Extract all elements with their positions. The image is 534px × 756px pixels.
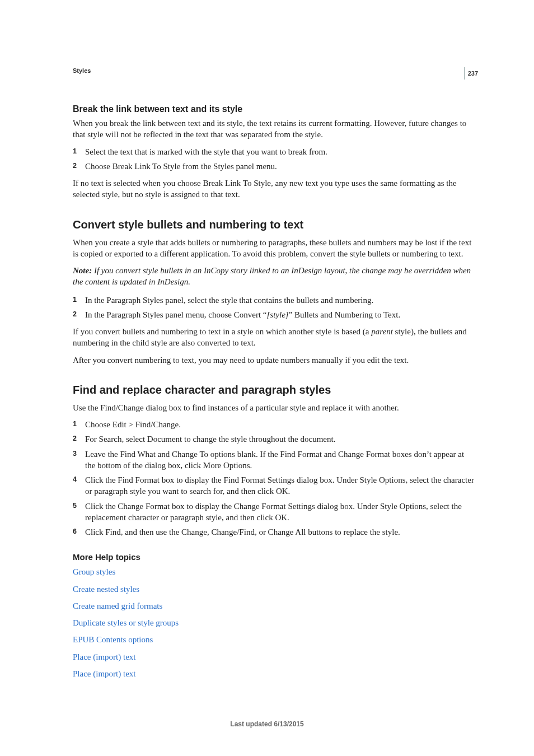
step-item: Leave the Find What and Change To option…	[73, 449, 475, 472]
body-text: After you convert numbering to text, you…	[73, 354, 475, 366]
help-link-place-import-text-2[interactable]: Place (import) text	[73, 668, 475, 679]
body-text: When you create a style that adds bullet…	[73, 237, 475, 260]
steps-break-link: Select the text that is marked with the …	[73, 146, 475, 172]
page-footer: Last updated 6/13/2015	[0, 720, 534, 728]
step-item: In the Paragraph Styles panel menu, choo…	[73, 309, 475, 320]
more-help-section: More Help topics Group styles Create nes…	[73, 552, 475, 679]
step-item: Click the Find Format box to display the…	[73, 474, 475, 497]
steps-find-replace: Choose Edit > Find/Change. For Search, s…	[73, 419, 475, 538]
section-find-replace: Find and replace character and paragraph…	[73, 384, 475, 538]
heading-break-link: Break the link between text and its styl…	[73, 104, 475, 114]
heading-convert: Convert style bullets and numbering to t…	[73, 218, 475, 231]
body-text-span: If you convert bullets and numbering to …	[73, 327, 371, 336]
note-label: Note:	[73, 266, 94, 275]
page-number-wrap: 237	[464, 67, 478, 80]
step-item: For Search, select Document to change th…	[73, 433, 475, 445]
section-convert: Convert style bullets and numbering to t…	[73, 218, 475, 366]
step-text-italic: [style]	[267, 310, 289, 319]
help-link-place-import-text[interactable]: Place (import) text	[73, 651, 475, 662]
page-number: 237	[468, 70, 478, 77]
help-link-epub-contents-options[interactable]: EPUB Contents options	[73, 634, 475, 645]
note: Note: If you convert style bullets in an…	[73, 265, 475, 288]
help-link-group-styles[interactable]: Group styles	[73, 566, 475, 577]
body-text: When you break the link between text and…	[73, 118, 475, 141]
heading-find-replace: Find and replace character and paragraph…	[73, 384, 475, 396]
step-item: Click the Change Format box to display t…	[73, 501, 475, 524]
section-break-link: Break the link between text and its styl…	[73, 104, 475, 200]
steps-convert: In the Paragraph Styles panel, select th…	[73, 295, 475, 321]
body-text: If no text is selected when you choose B…	[73, 178, 475, 200]
step-item: Select the text that is marked with the …	[73, 146, 475, 157]
step-text: ” Bullets and Numbering to Text.	[289, 310, 400, 319]
step-item: In the Paragraph Styles panel, select th…	[73, 295, 475, 306]
body-text: Use the Find/Change dialog box to find i…	[73, 402, 475, 413]
note-body: If you convert style bullets in an InCop…	[73, 266, 471, 286]
body-text-italic: parent	[371, 327, 393, 336]
help-link-create-named-grid-formats[interactable]: Create named grid formats	[73, 600, 475, 612]
more-help-heading: More Help topics	[73, 552, 475, 562]
step-item: Choose Edit > Find/Change.	[73, 419, 475, 430]
help-link-create-nested-styles[interactable]: Create nested styles	[73, 584, 475, 595]
running-head: Styles	[73, 67, 475, 74]
step-item: Click Find, and then use the Change, Cha…	[73, 526, 475, 538]
body-text: If you convert bullets and numbering to …	[73, 326, 475, 349]
help-link-duplicate-styles[interactable]: Duplicate styles or style groups	[73, 617, 475, 628]
step-text: In the Paragraph Styles panel menu, choo…	[85, 310, 267, 319]
step-item: Choose Break Link To Style from the Styl…	[73, 161, 475, 172]
page: 237 Styles Break the link between text a…	[0, 0, 534, 756]
